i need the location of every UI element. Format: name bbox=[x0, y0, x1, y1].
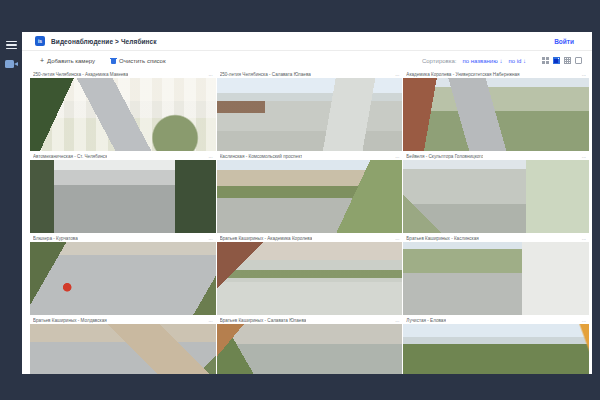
camera-tile-header: Каслинская - Комсомольский проспект ... bbox=[217, 152, 403, 160]
camera-feed[interactable] bbox=[30, 324, 216, 374]
camera-feed[interactable] bbox=[217, 242, 403, 315]
camera-tile: 250-летия Челябинска - Академика Макеева… bbox=[30, 70, 216, 151]
tile-menu-icon[interactable]: ... bbox=[395, 236, 399, 240]
grid-3x3-icon[interactable] bbox=[553, 57, 560, 64]
camera-feed[interactable] bbox=[217, 324, 403, 374]
toolbar: + Добавить камеру Очистить список Сортир… bbox=[22, 51, 592, 70]
window-top-band bbox=[0, 0, 600, 32]
camera-feed[interactable] bbox=[403, 160, 589, 233]
app-sidebar bbox=[0, 32, 22, 374]
sort-controls: Сортировка: по названию ↓ по id ↓ bbox=[422, 57, 582, 64]
view-mode-switcher bbox=[542, 57, 582, 64]
camera-title: Каслинская - Комсомольский проспект bbox=[220, 154, 303, 159]
camera-title: 250-летия Челябинска - Академика Макеева bbox=[33, 72, 128, 77]
camera-tile: Братьев Кашириных - Академика Королева .… bbox=[217, 234, 403, 315]
camera-title: Автомеханическая - Ст. Челябинск bbox=[33, 154, 107, 159]
camera-tile-header: Автомеханическая - Ст. Челябинск ... bbox=[30, 152, 216, 160]
login-button[interactable]: Войти bbox=[554, 38, 574, 45]
tile-menu-icon[interactable]: ... bbox=[395, 72, 399, 76]
clear-list-button[interactable]: Очистить список bbox=[111, 58, 165, 64]
sort-label: Сортировка: bbox=[422, 58, 457, 64]
plus-icon: + bbox=[40, 58, 44, 64]
sort-by-id-link[interactable]: по id ↓ bbox=[508, 58, 526, 64]
camera-tile: Академика Королева - Университетская Наб… bbox=[403, 70, 589, 151]
camera-feed[interactable] bbox=[30, 78, 216, 151]
tile-menu-icon[interactable]: ... bbox=[582, 72, 586, 76]
camera-tile: Братьев Кашириных - Молдавская ... bbox=[30, 316, 216, 374]
camera-tile: Бейвеля - Скульптора Головницкого ... bbox=[403, 152, 589, 233]
camera-feed[interactable] bbox=[30, 242, 216, 315]
tile-menu-icon[interactable]: ... bbox=[582, 236, 586, 240]
camera-feed[interactable] bbox=[403, 78, 589, 151]
tile-menu-icon[interactable]: ... bbox=[208, 318, 212, 322]
tile-menu-icon[interactable]: ... bbox=[395, 318, 399, 322]
app-window: is Видеонаблюдение > Челябинск Войти + Д… bbox=[22, 32, 592, 374]
camera-tile-header: Лучистая - Еловая ... bbox=[403, 316, 589, 324]
breadcrumb[interactable]: Видеонаблюдение > Челябинск bbox=[51, 38, 157, 45]
camera-title: Братьев Кашириных - Салавата Юлаева bbox=[220, 318, 307, 323]
camera-tile-header: 250-летия Челябинска - Салавата Юлаева .… bbox=[217, 70, 403, 78]
camera-tile: 250-летия Челябинска - Салавата Юлаева .… bbox=[217, 70, 403, 151]
sort-by-name-link[interactable]: по названию ↓ bbox=[463, 58, 503, 64]
camera-title: Блюхера - Курчатова bbox=[33, 236, 78, 241]
camera-tile-header: Братьев Кашириных - Молдавская ... bbox=[30, 316, 216, 324]
camera-title: Лучистая - Еловая bbox=[406, 318, 446, 323]
grid-4x4-icon[interactable] bbox=[564, 57, 571, 64]
fullscreen-icon[interactable] bbox=[575, 57, 582, 64]
camera-feed[interactable] bbox=[403, 324, 589, 374]
camera-tile-header: Братьев Кашириных - Каслинская ... bbox=[403, 234, 589, 242]
camera-tile: Каслинская - Комсомольский проспект ... bbox=[217, 152, 403, 233]
tile-menu-icon[interactable]: ... bbox=[582, 318, 586, 322]
camera-tile-header: Братьев Кашириных - Академика Королева .… bbox=[217, 234, 403, 242]
camera-tile-header: Блюхера - Курчатова ... bbox=[30, 234, 216, 242]
add-camera-button[interactable]: + Добавить камеру bbox=[40, 58, 95, 64]
camera-tile-header: Братьев Кашириных - Салавата Юлаева ... bbox=[217, 316, 403, 324]
add-camera-label: Добавить камеру bbox=[47, 58, 95, 64]
tile-menu-icon[interactable]: ... bbox=[582, 154, 586, 158]
camera-tile: Автомеханическая - Ст. Челябинск ... bbox=[30, 152, 216, 233]
camera-title: 250-летия Челябинска - Салавата Юлаева bbox=[220, 72, 311, 77]
camera-tile: Братьев Кашириных - Каслинская ... bbox=[403, 234, 589, 315]
camera-feed[interactable] bbox=[30, 160, 216, 233]
grid-2x2-icon[interactable] bbox=[542, 57, 549, 64]
camera-feed[interactable] bbox=[217, 78, 403, 151]
camera-tile: Лучистая - Еловая ... bbox=[403, 316, 589, 374]
camera-grid: 250-летия Челябинска - Академика Макеева… bbox=[30, 70, 589, 374]
camera-title: Братьев Кашириных - Каслинская bbox=[406, 236, 478, 241]
trash-icon bbox=[111, 58, 116, 64]
camera-tile-header: Академика Королева - Университетская Наб… bbox=[403, 70, 589, 78]
camera-title: Бейвеля - Скульптора Головницкого bbox=[406, 154, 483, 159]
camera-feed[interactable] bbox=[217, 160, 403, 233]
app-header: is Видеонаблюдение > Челябинск Войти bbox=[22, 32, 592, 51]
camera-tile-header: Бейвеля - Скульптора Головницкого ... bbox=[403, 152, 589, 160]
camera-title: Братьев Кашириных - Академика Королева bbox=[220, 236, 313, 241]
menu-icon[interactable] bbox=[6, 41, 17, 49]
camera-tile: Братьев Кашириных - Салавата Юлаева ... bbox=[217, 316, 403, 374]
camera-tile: Блюхера - Курчатова ... bbox=[30, 234, 216, 315]
clear-list-label: Очистить список bbox=[119, 58, 165, 64]
camera-icon[interactable] bbox=[5, 59, 18, 69]
camera-title: Академика Королева - Университетская Наб… bbox=[406, 72, 519, 77]
tile-menu-icon[interactable]: ... bbox=[208, 72, 212, 76]
camera-title: Братьев Кашириных - Молдавская bbox=[33, 318, 107, 323]
tile-menu-icon[interactable]: ... bbox=[208, 236, 212, 240]
camera-tile-header: 250-летия Челябинска - Академика Макеева… bbox=[30, 70, 216, 78]
tile-menu-icon[interactable]: ... bbox=[208, 154, 212, 158]
brand-logo[interactable]: is bbox=[35, 36, 45, 46]
camera-feed[interactable] bbox=[403, 242, 589, 315]
tile-menu-icon[interactable]: ... bbox=[395, 154, 399, 158]
